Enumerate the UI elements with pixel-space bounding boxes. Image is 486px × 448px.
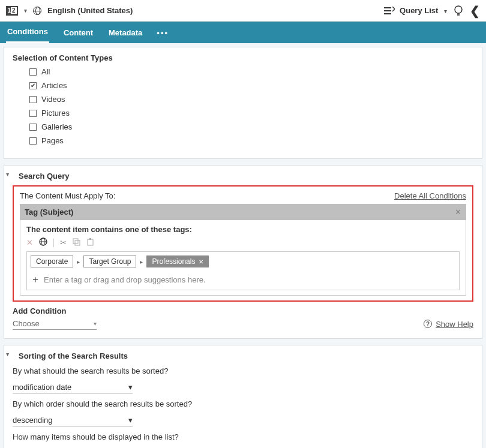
delete-tag-icon[interactable]: ✕ — [26, 238, 33, 247]
query-list-label: Query List — [400, 6, 438, 15]
content-type-label: Articles — [41, 81, 67, 90]
delete-all-conditions-link[interactable]: Delete All Conditions — [394, 191, 466, 200]
content-type-checkbox[interactable] — [29, 110, 37, 117]
sort-order-select[interactable]: descending ▾ — [13, 414, 133, 426]
tag-globe-icon[interactable] — [39, 237, 47, 248]
paste-icon[interactable] — [86, 238, 94, 248]
apply-to-label: The Content Must Apply To: — [20, 191, 115, 200]
tab-bar: Conditions Content Metadata ••• — [0, 22, 486, 43]
collapse-caret-icon[interactable]: ▸ — [5, 353, 11, 356]
chevron-down-icon: ▾ — [128, 416, 133, 425]
tab-content[interactable]: Content — [62, 22, 94, 43]
content-type-label: Pictures — [41, 109, 70, 118]
chevron-down-icon: ▾ — [94, 320, 97, 327]
content-type-checkbox[interactable] — [29, 68, 37, 76]
sort-by-question: By what should the search results be sor… — [13, 366, 473, 375]
search-query-highlight: The Content Must Apply To: Delete All Co… — [13, 185, 473, 302]
sorting-title: Sorting of the Search Results — [13, 351, 473, 360]
content-type-row: Articles — [29, 81, 473, 90]
breadcrumb-selected[interactable]: Professionals✕ — [146, 255, 209, 267]
plus-icon: ＋ — [31, 273, 40, 286]
content-type-label: Pages — [41, 136, 64, 145]
sorting-panel: ▸ Sorting of the Search Results By what … — [4, 345, 482, 448]
content-type-checkbox[interactable] — [29, 82, 37, 89]
tag-breadcrumb-box: Corporate▸Target Group▸Professionals✕ ＋ … — [26, 251, 460, 290]
add-condition-value: Choose — [13, 319, 40, 328]
search-query-panel: ▸ Search Query The Content Must Apply To… — [4, 165, 482, 339]
content-type-label: Galleries — [41, 122, 72, 131]
sort-order-question: By which order should the search results… — [13, 399, 473, 408]
add-tag-placeholder: Enter a tag or drag and drop suggestions… — [44, 275, 206, 284]
breadcrumb-arrow-icon: ▸ — [77, 258, 80, 265]
tab-conditions[interactable]: Conditions — [6, 22, 49, 43]
top-bar: 12 ▾ English (United States) Query List … — [0, 0, 486, 22]
show-help-link[interactable]: Show Help — [436, 320, 473, 329]
search-query-title: Search Query — [13, 172, 473, 181]
help-lightbulb-icon[interactable] — [453, 5, 464, 17]
svg-rect-4 — [73, 239, 78, 243]
remove-condition-button[interactable]: ✕ — [455, 208, 461, 217]
content-type-checkbox[interactable] — [29, 137, 37, 145]
cut-icon[interactable]: ✂ — [60, 238, 67, 247]
breadcrumb-item[interactable]: Corporate — [31, 255, 73, 267]
tag-toolbar: ✕ ✂ — [26, 237, 460, 248]
content-type-checkbox[interactable] — [29, 96, 37, 103]
content-types-title: Selection of Content Types — [13, 53, 473, 62]
add-condition-select[interactable]: Choose ▾ — [13, 318, 97, 330]
tag-condition-header: Tag (Subject) ✕ — [20, 204, 466, 220]
tab-metadata[interactable]: Metadata — [107, 22, 143, 43]
breadcrumb-item[interactable]: Target Group — [83, 255, 136, 267]
add-tag-input[interactable]: ＋ Enter a tag or drag and drop suggestio… — [31, 271, 455, 286]
tab-more-button[interactable]: ••• — [157, 28, 169, 37]
add-condition-label: Add Condition — [13, 306, 473, 315]
content-type-row: Galleries — [29, 122, 473, 131]
language-selector[interactable]: English (United States) — [47, 6, 133, 15]
sort-by-select[interactable]: modification date ▾ — [13, 381, 133, 393]
content-type-label: All — [41, 67, 50, 76]
content-type-row: All — [29, 67, 473, 76]
sort-by-value: modification date — [13, 383, 71, 392]
tag-header-label: Tag (Subject) — [25, 208, 73, 217]
content-type-label: Videos — [41, 95, 65, 104]
logo-dropdown[interactable]: ▾ — [24, 7, 27, 14]
tag-condition-body: The content item contains one of these t… — [20, 220, 466, 296]
content-type-checkbox[interactable] — [29, 124, 37, 131]
svg-rect-6 — [88, 239, 93, 245]
query-list-button[interactable]: Query List ▾ — [384, 6, 447, 16]
globe-icon — [33, 7, 41, 15]
content-types-panel: Selection of Content Types AllArticlesVi… — [4, 47, 482, 159]
app-logo: 12 — [6, 6, 18, 16]
content-type-row: Videos — [29, 95, 473, 104]
svg-point-0 — [455, 6, 462, 13]
collapse-caret-icon[interactable]: ▸ — [5, 173, 11, 176]
item-count-question: How many items should be displayed in th… — [13, 432, 473, 441]
copy-icon[interactable] — [73, 238, 80, 248]
help-icon: ? — [424, 320, 432, 328]
tag-instruction: The content item contains one of these t… — [26, 225, 460, 234]
collapse-chevron-icon[interactable]: ❮ — [470, 4, 480, 18]
svg-rect-5 — [75, 240, 80, 245]
remove-tag-icon[interactable]: ✕ — [199, 258, 203, 265]
content-type-row: Pages — [29, 136, 473, 145]
content-type-row: Pictures — [29, 109, 473, 118]
query-list-dropdown-icon: ▾ — [444, 8, 447, 14]
breadcrumb-arrow-icon: ▸ — [140, 258, 143, 265]
svg-rect-7 — [89, 238, 91, 240]
sort-order-value: descending — [13, 416, 53, 425]
chevron-down-icon: ▾ — [128, 383, 133, 392]
